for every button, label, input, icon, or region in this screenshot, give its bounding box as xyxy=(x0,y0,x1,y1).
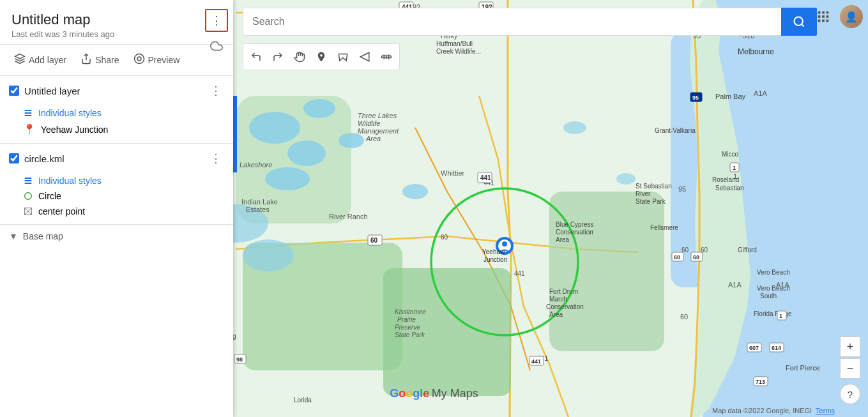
yeehaw-junction-label: Yeehaw Junction xyxy=(41,125,108,135)
top-search-bar xyxy=(243,8,817,36)
svg-text:Vero Beach: Vero Beach xyxy=(757,285,790,292)
svg-text:Wildlife: Wildlife xyxy=(358,119,380,127)
layer-circle-kml-more-button[interactable]: ⋮ xyxy=(208,150,224,167)
svg-text:Vero Beach: Vero Beach xyxy=(757,269,790,276)
svg-point-7 xyxy=(249,112,300,144)
svg-text:Micco: Micco xyxy=(722,151,739,158)
share-button[interactable]: Share xyxy=(75,50,124,70)
copyright-text: Map data ©2022 Google, INEGI Terms xyxy=(712,407,835,414)
add-marker-button[interactable] xyxy=(311,47,331,67)
svg-text:Whittier: Whittier xyxy=(441,169,465,177)
yeehaw-junction-item[interactable]: 📍 Yeehaw Junction xyxy=(23,121,224,138)
svg-text:South: South xyxy=(760,292,777,299)
svg-text:Conservation: Conservation xyxy=(546,303,584,310)
svg-text:607: 607 xyxy=(749,345,759,351)
layer-untitled-checkbox[interactable] xyxy=(9,86,19,96)
svg-text:Gifford: Gifford xyxy=(738,246,757,254)
individual-styles-link-2[interactable]: Individual styles xyxy=(38,176,102,186)
svg-point-16 xyxy=(616,173,636,185)
layer-untitled-title: Untitled layer xyxy=(24,86,202,96)
cloud-save-icon[interactable] xyxy=(205,34,228,57)
add-layer-icon xyxy=(14,53,26,67)
svg-point-20 xyxy=(502,241,507,246)
add-layer-label: Add layer xyxy=(29,55,66,65)
top-right-icons: 👤 xyxy=(812,5,863,28)
svg-text:Yeehaw: Yeehaw xyxy=(482,248,505,255)
svg-text:Sebastian: Sebastian xyxy=(715,185,743,192)
svg-rect-158 xyxy=(822,20,825,22)
ruler-icon xyxy=(359,51,370,63)
google-g: G xyxy=(390,387,399,400)
circle-item[interactable]: Circle xyxy=(23,188,224,204)
terms-link[interactable]: Terms xyxy=(816,407,835,414)
svg-text:1: 1 xyxy=(733,165,736,171)
redo-icon xyxy=(272,51,284,63)
map-tools-bar xyxy=(243,43,400,70)
circle-shape-icon xyxy=(23,191,33,201)
layer-circle-kml-checkbox[interactable] xyxy=(9,153,19,163)
svg-point-134 xyxy=(134,54,144,64)
measure-button[interactable] xyxy=(354,47,375,67)
svg-rect-153 xyxy=(826,11,829,14)
hand-pan-icon xyxy=(294,51,305,63)
svg-point-11 xyxy=(339,133,364,148)
map-subtitle: Last edit was 3 minutes ago xyxy=(11,29,224,39)
svg-rect-157 xyxy=(818,20,821,22)
svg-text:Huffman/Bull: Huffman/Bull xyxy=(436,40,473,47)
zoom-in-button[interactable]: + xyxy=(840,337,860,357)
pin-icon-yeehaw: 📍 xyxy=(23,123,36,135)
user-avatar[interactable]: 👤 xyxy=(840,5,863,28)
undo-icon xyxy=(250,51,262,63)
preview-icon xyxy=(133,53,145,67)
basemap-label: Base map xyxy=(23,231,63,241)
svg-text:60: 60 xyxy=(693,254,699,261)
redo-button[interactable] xyxy=(268,47,288,67)
individual-styles-link-1[interactable]: Individual styles xyxy=(38,108,102,118)
google-g2: g xyxy=(413,387,420,400)
svg-rect-152 xyxy=(822,11,825,14)
svg-text:A1A: A1A xyxy=(728,281,742,289)
undo-button[interactable] xyxy=(246,47,266,67)
svg-text:Estates: Estates xyxy=(246,206,270,213)
help-button[interactable]: ? xyxy=(840,384,860,404)
layer-untitled: Untitled layer ⋮ Individual styles 📍 Yee… xyxy=(0,76,233,144)
basemap-section[interactable]: ▼ Base map xyxy=(0,225,233,248)
svg-rect-155 xyxy=(822,15,825,18)
svg-point-146 xyxy=(795,17,803,26)
svg-text:Three Lakes: Three Lakes xyxy=(358,112,397,119)
search-input[interactable] xyxy=(243,8,781,36)
draw-line-button[interactable] xyxy=(333,47,353,67)
center-point-item[interactable]: center point xyxy=(23,204,224,219)
svg-text:Fellsmere: Fellsmere xyxy=(650,224,678,231)
svg-text:95: 95 xyxy=(678,185,686,193)
layer-untitled-more-button[interactable]: ⋮ xyxy=(208,82,224,99)
svg-text:Management: Management xyxy=(358,127,399,135)
sidebar-toolbar: Add layer Share Preview xyxy=(0,45,233,76)
svg-text:Melbourne: Melbourne xyxy=(738,47,774,56)
apps-grid-button[interactable] xyxy=(812,5,835,28)
svg-text:60: 60 xyxy=(441,234,448,241)
svg-text:441: 441 xyxy=(514,270,525,277)
preview-button[interactable]: Preview xyxy=(128,50,185,70)
distance-button[interactable] xyxy=(376,47,397,67)
sidebar-header: Untitled map Last edit was 3 minutes ago… xyxy=(0,0,233,45)
add-layer-button[interactable]: Add layer xyxy=(9,50,72,70)
google-my-maps-logo: Google My Maps xyxy=(390,387,478,400)
layer-untitled-style[interactable]: Individual styles xyxy=(23,105,224,121)
svg-text:60: 60 xyxy=(674,254,680,261)
svg-text:Roseland: Roseland xyxy=(712,176,739,183)
share-label: Share xyxy=(95,55,119,65)
more-options-button[interactable]: ⋮ xyxy=(205,9,228,32)
map-zoom-controls: + − xyxy=(840,337,860,379)
svg-rect-151 xyxy=(818,11,821,14)
left-accent-bar xyxy=(233,96,237,172)
pan-button[interactable] xyxy=(289,47,310,67)
svg-text:State Park: State Park xyxy=(636,198,666,205)
zoom-out-button[interactable]: − xyxy=(840,358,860,379)
layer-circle-kml-style[interactable]: Individual styles xyxy=(23,173,224,188)
layers-container: Untitled layer ⋮ Individual styles 📍 Yee… xyxy=(0,76,233,417)
preview-label: Preview xyxy=(148,55,180,65)
apps-grid-icon xyxy=(816,10,830,24)
svg-text:Conservation: Conservation xyxy=(556,229,593,236)
map-data-text: Map data ©2022 Google, INEGI xyxy=(712,407,812,414)
